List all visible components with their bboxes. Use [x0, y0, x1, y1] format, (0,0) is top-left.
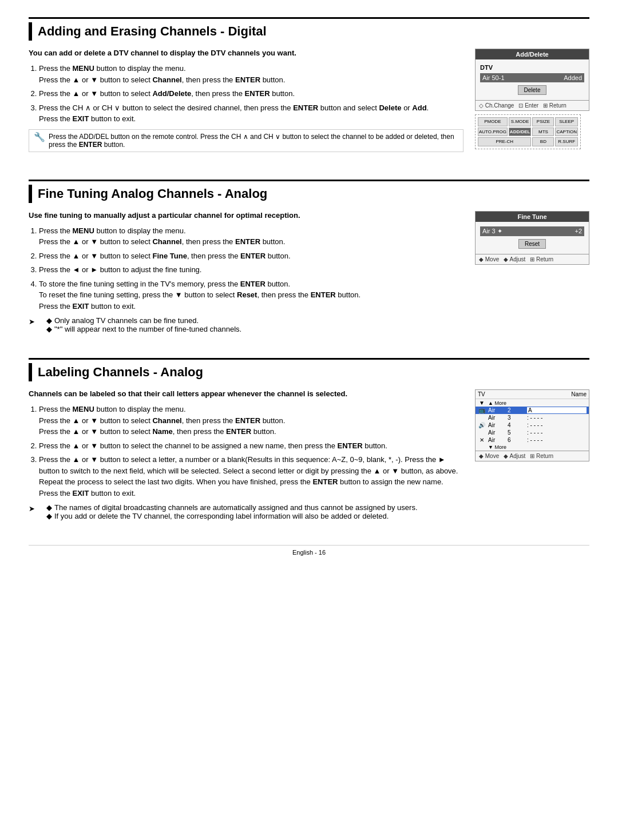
finetune-panel-footer: ◆ Move ◆ Adjust ⊞ Return [476, 254, 589, 264]
remote-prech: PRE-CH [478, 137, 531, 146]
adddel-footer-chchange: ◇ Ch.Change [479, 102, 514, 109]
step-finetune-1: Press the MENU button to display the men… [39, 225, 464, 248]
tip-row-labeling: ➤ ◆ The names of digital broadcasting ch… [29, 503, 464, 520]
finetune-channel-name: Air 3 ✦ [482, 228, 502, 235]
section-content-digital: You can add or delete a DTV channel to d… [29, 49, 589, 157]
label-air4-num: 4 [508, 422, 525, 428]
tip-diamond-lab-2: ◆ [46, 512, 52, 520]
tip-text-finetune-2: "*" will appear next to the number of fi… [54, 325, 241, 333]
section-text-finetune: Use fine tuning to manually adjust a par… [29, 211, 464, 336]
tip-list-finetune: ◆ Only analog TV channels can be fine tu… [37, 316, 241, 333]
intro-digital: You can add or delete a DTV channel to d… [29, 49, 464, 57]
label-panel-name-col: Name [571, 391, 587, 397]
note-text-digital: Press the ADD/DEL button on the remote c… [49, 133, 458, 149]
panel-area-finetune: Fine Tune Air 3 ✦ +2 Reset ◆ Move ◆ Adju… [475, 211, 589, 336]
label-air3-num: 3 [508, 415, 525, 421]
section-text-labeling: Channels can be labeled so that their ca… [29, 389, 464, 522]
label-air2-num: 2 [508, 407, 525, 413]
finetune-channel-row: Air 3 ✦ +2 [480, 226, 584, 236]
note-icon: 🔧 [34, 133, 45, 142]
label-air2-ch: Air [488, 407, 505, 413]
tip-text-finetune-1: Only analog TV channels can be fine tune… [54, 316, 199, 325]
panel-area-labeling: TV Name ▼ ▲ More 📺 Air 2 A [475, 389, 589, 522]
step-labeling-1: Press the MENU button to display the men… [39, 404, 464, 437]
label-more-below: ▼ More [476, 444, 589, 451]
section-finetune: Fine Tuning Analog Channels - Analog Use… [29, 180, 589, 336]
label-footer-move: ◆ Move [479, 453, 499, 459]
finetune-footer-return: ⊞ Return [530, 256, 553, 262]
adddel-panel-footer: ◇ Ch.Change ⊡ Enter ⊞ Return [476, 100, 589, 110]
step-finetune-3: Press the ◄ or ► button to adjust the fi… [39, 264, 464, 276]
section-title-digital: Adding and Erasing Channels - Digital [38, 24, 267, 39]
section-header-finetune: Fine Tuning Analog Channels - Analog [29, 180, 589, 203]
section-bar [29, 22, 32, 41]
adddel-panel: Add/Delete DTV Air 50-1 Added Delete ◇ C… [475, 49, 589, 111]
finetune-panel-body: Air 3 ✦ +2 Reset [476, 222, 589, 254]
remote-adddel: ADD/DEL [509, 128, 532, 137]
section-header-digital: Adding and Erasing Channels - Digital [29, 17, 589, 41]
intro-labeling: Channels can be labeled so that their ca… [29, 389, 464, 398]
note-digital: 🔧 Press the ADD/DEL button on the remote… [29, 129, 464, 152]
finetune-footer-move: ◆ Move [479, 256, 499, 262]
label-more-up-text: ▲ More [488, 400, 506, 406]
label-footer-return: ⊞ Return [530, 453, 553, 459]
finetune-reset-btn-row: Reset [480, 237, 584, 250]
label-row-air3: Air 3 : - - - - [476, 414, 589, 421]
finetune-footer-adjust: ◆ Adjust [504, 256, 525, 262]
adddel-panel-body: DTV Air 50-1 Added Delete [476, 59, 589, 100]
page-footer: English - 16 [29, 545, 589, 556]
label-panel-footer: ◆ Move ◆ Adjust ⊞ Return [476, 451, 589, 461]
adddel-footer-return: ⊞ Return [543, 102, 566, 109]
label-panel-tv: TV [478, 391, 485, 397]
step-finetune-2: Press the ▲ or ▼ button to select Fine T… [39, 250, 464, 262]
tip-arrow-finetune: ➤ [29, 316, 35, 328]
adddel-delete-btn-row: Delete [480, 83, 584, 97]
label-panel-header: TV Name [476, 390, 589, 399]
label-air2-name: A [527, 407, 587, 413]
section-bar-2 [29, 185, 32, 203]
label-footer-adjust: ◆ Adjust [504, 453, 525, 459]
label-icon-air4: 🔊 [478, 422, 486, 428]
tip-finetune-2: ◆ "*" will appear next to the number of … [46, 325, 241, 333]
tip-diamond-2: ◆ [46, 325, 52, 333]
remote-psize: PSIZE [532, 117, 554, 126]
remote-pmode: PMODE [478, 117, 508, 126]
adddel-dtv-label: DTV [480, 64, 493, 71]
remote-mts: MTS [532, 128, 554, 137]
finetune-panel-title: Fine Tune [476, 212, 589, 222]
adddel-dtv-row: DTV [480, 63, 584, 72]
step-labeling-2: Press the ▲ or ▼ button to select the ch… [39, 440, 464, 452]
tip-arrow-labeling: ➤ [29, 503, 35, 515]
remote-panel: PMODE S.MODE PSIZE SLEEP AUTO.PROG ADD/D… [475, 114, 581, 149]
tip-text-labeling-1: The names of digital broadcasting channe… [54, 503, 418, 512]
footer-text: English - 16 [292, 549, 326, 556]
section-header-labeling: Labeling Channels - Analog [29, 358, 589, 381]
remote-bd: BD [532, 137, 554, 146]
label-row-air2: 📺 Air 2 A [476, 407, 589, 414]
tip-row-finetune: ➤ ◆ Only analog TV channels can be fine … [29, 316, 464, 333]
tips-finetune: ➤ ◆ Only analog TV channels can be fine … [29, 316, 464, 333]
finetune-reset-btn: Reset [518, 239, 546, 249]
tip-labeling-1: ◆ The names of digital broadcasting chan… [46, 503, 418, 512]
adddel-channel-name: Air 50-1 [482, 74, 505, 81]
label-air6-num: 6 [508, 437, 525, 443]
tip-text-labeling-2: If you add or delete the TV channel, the… [54, 512, 389, 520]
label-more-down-text: ▼ More [488, 444, 506, 450]
adddel-channel-row: Air 50-1 Added [480, 73, 584, 82]
label-air6-name: : - - - - [527, 437, 587, 443]
steps-labeling: Press the MENU button to display the men… [39, 404, 464, 499]
label-icon-air6: ✕ [478, 437, 486, 443]
remote-rsurf: R.SURF [555, 137, 578, 146]
label-row-air5: Air 5 : - - - - [476, 429, 589, 436]
label-icon-more-up: ▼ [478, 400, 486, 406]
adddel-channel-status: Added [564, 74, 582, 81]
finetune-panel: Fine Tune Air 3 ✦ +2 Reset ◆ Move ◆ Adju… [475, 211, 589, 265]
label-air3-ch: Air [488, 415, 505, 421]
label-row-air6: ✕ Air 6 : - - - - [476, 436, 589, 444]
tip-diamond-1: ◆ [46, 316, 52, 325]
label-air4-ch: Air [488, 422, 505, 428]
remote-autoprog: AUTO.PROG [478, 128, 508, 137]
label-air5-num: 5 [508, 429, 525, 436]
label-air3-name: : - - - - [527, 415, 587, 421]
section-text-digital: You can add or delete a DTV channel to d… [29, 49, 464, 157]
